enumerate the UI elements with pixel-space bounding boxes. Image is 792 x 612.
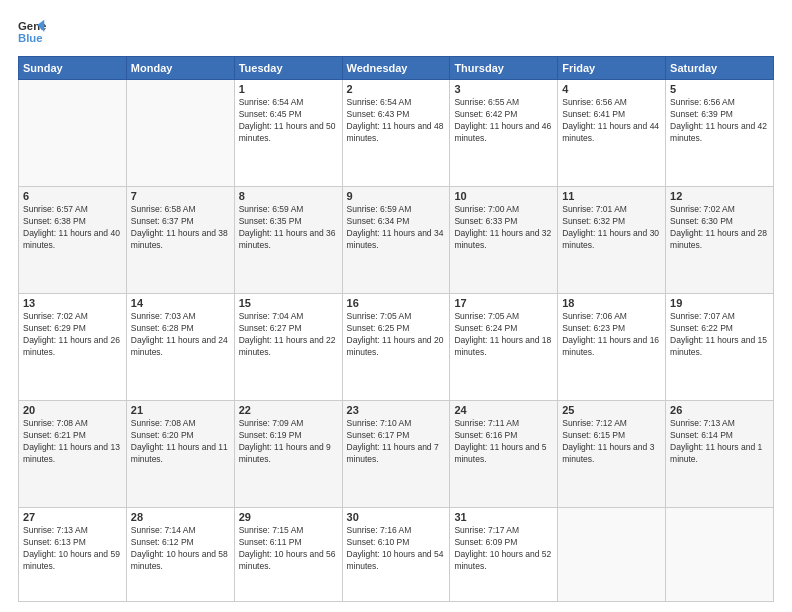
calendar-cell xyxy=(126,80,234,187)
day-info: Sunrise: 7:04 AM Sunset: 6:27 PM Dayligh… xyxy=(239,311,338,359)
logo-icon: General Blue xyxy=(18,18,46,46)
day-info: Sunrise: 7:13 AM Sunset: 6:14 PM Dayligh… xyxy=(670,418,769,466)
calendar-cell xyxy=(558,508,666,602)
day-info: Sunrise: 7:12 AM Sunset: 6:15 PM Dayligh… xyxy=(562,418,661,466)
day-info: Sunrise: 7:05 AM Sunset: 6:24 PM Dayligh… xyxy=(454,311,553,359)
calendar-cell: 28Sunrise: 7:14 AM Sunset: 6:12 PM Dayli… xyxy=(126,508,234,602)
weekday-header-wednesday: Wednesday xyxy=(342,57,450,80)
day-info: Sunrise: 7:02 AM Sunset: 6:30 PM Dayligh… xyxy=(670,204,769,252)
calendar-cell: 4Sunrise: 6:56 AM Sunset: 6:41 PM Daylig… xyxy=(558,80,666,187)
day-number: 20 xyxy=(23,404,122,416)
calendar-cell: 10Sunrise: 7:00 AM Sunset: 6:33 PM Dayli… xyxy=(450,187,558,294)
day-number: 3 xyxy=(454,83,553,95)
day-number: 14 xyxy=(131,297,230,309)
weekday-header-sunday: Sunday xyxy=(19,57,127,80)
calendar-cell: 3Sunrise: 6:55 AM Sunset: 6:42 PM Daylig… xyxy=(450,80,558,187)
day-info: Sunrise: 7:06 AM Sunset: 6:23 PM Dayligh… xyxy=(562,311,661,359)
calendar-cell: 22Sunrise: 7:09 AM Sunset: 6:19 PM Dayli… xyxy=(234,401,342,508)
day-number: 30 xyxy=(347,511,446,523)
day-info: Sunrise: 6:56 AM Sunset: 6:41 PM Dayligh… xyxy=(562,97,661,145)
day-info: Sunrise: 6:58 AM Sunset: 6:37 PM Dayligh… xyxy=(131,204,230,252)
day-info: Sunrise: 6:57 AM Sunset: 6:38 PM Dayligh… xyxy=(23,204,122,252)
calendar-cell: 25Sunrise: 7:12 AM Sunset: 6:15 PM Dayli… xyxy=(558,401,666,508)
day-info: Sunrise: 7:02 AM Sunset: 6:29 PM Dayligh… xyxy=(23,311,122,359)
calendar-table: SundayMondayTuesdayWednesdayThursdayFrid… xyxy=(18,56,774,602)
day-number: 11 xyxy=(562,190,661,202)
day-info: Sunrise: 7:11 AM Sunset: 6:16 PM Dayligh… xyxy=(454,418,553,466)
weekday-header-thursday: Thursday xyxy=(450,57,558,80)
day-info: Sunrise: 7:05 AM Sunset: 6:25 PM Dayligh… xyxy=(347,311,446,359)
day-number: 26 xyxy=(670,404,769,416)
calendar-cell: 21Sunrise: 7:08 AM Sunset: 6:20 PM Dayli… xyxy=(126,401,234,508)
day-info: Sunrise: 6:59 AM Sunset: 6:34 PM Dayligh… xyxy=(347,204,446,252)
day-info: Sunrise: 6:54 AM Sunset: 6:43 PM Dayligh… xyxy=(347,97,446,145)
day-number: 9 xyxy=(347,190,446,202)
week-row-5: 27Sunrise: 7:13 AM Sunset: 6:13 PM Dayli… xyxy=(19,508,774,602)
calendar-cell: 31Sunrise: 7:17 AM Sunset: 6:09 PM Dayli… xyxy=(450,508,558,602)
day-number: 7 xyxy=(131,190,230,202)
calendar-cell: 15Sunrise: 7:04 AM Sunset: 6:27 PM Dayli… xyxy=(234,294,342,401)
logo: General Blue xyxy=(18,18,46,46)
day-info: Sunrise: 6:59 AM Sunset: 6:35 PM Dayligh… xyxy=(239,204,338,252)
week-row-3: 13Sunrise: 7:02 AM Sunset: 6:29 PM Dayli… xyxy=(19,294,774,401)
day-number: 27 xyxy=(23,511,122,523)
day-number: 2 xyxy=(347,83,446,95)
calendar-cell: 29Sunrise: 7:15 AM Sunset: 6:11 PM Dayli… xyxy=(234,508,342,602)
week-row-1: 1Sunrise: 6:54 AM Sunset: 6:45 PM Daylig… xyxy=(19,80,774,187)
day-number: 1 xyxy=(239,83,338,95)
weekday-header-tuesday: Tuesday xyxy=(234,57,342,80)
calendar-cell: 20Sunrise: 7:08 AM Sunset: 6:21 PM Dayli… xyxy=(19,401,127,508)
week-row-4: 20Sunrise: 7:08 AM Sunset: 6:21 PM Dayli… xyxy=(19,401,774,508)
weekday-header-saturday: Saturday xyxy=(666,57,774,80)
calendar-cell: 12Sunrise: 7:02 AM Sunset: 6:30 PM Dayli… xyxy=(666,187,774,294)
day-number: 18 xyxy=(562,297,661,309)
day-number: 22 xyxy=(239,404,338,416)
day-number: 12 xyxy=(670,190,769,202)
day-info: Sunrise: 7:01 AM Sunset: 6:32 PM Dayligh… xyxy=(562,204,661,252)
day-number: 17 xyxy=(454,297,553,309)
svg-text:Blue: Blue xyxy=(18,32,43,44)
day-info: Sunrise: 6:56 AM Sunset: 6:39 PM Dayligh… xyxy=(670,97,769,145)
day-number: 4 xyxy=(562,83,661,95)
day-number: 8 xyxy=(239,190,338,202)
calendar-cell: 11Sunrise: 7:01 AM Sunset: 6:32 PM Dayli… xyxy=(558,187,666,294)
calendar-cell: 9Sunrise: 6:59 AM Sunset: 6:34 PM Daylig… xyxy=(342,187,450,294)
week-row-2: 6Sunrise: 6:57 AM Sunset: 6:38 PM Daylig… xyxy=(19,187,774,294)
calendar-cell xyxy=(666,508,774,602)
header: General Blue xyxy=(18,18,774,46)
day-info: Sunrise: 7:00 AM Sunset: 6:33 PM Dayligh… xyxy=(454,204,553,252)
calendar-cell: 2Sunrise: 6:54 AM Sunset: 6:43 PM Daylig… xyxy=(342,80,450,187)
day-number: 25 xyxy=(562,404,661,416)
weekday-header-row: SundayMondayTuesdayWednesdayThursdayFrid… xyxy=(19,57,774,80)
day-info: Sunrise: 7:15 AM Sunset: 6:11 PM Dayligh… xyxy=(239,525,338,573)
day-number: 13 xyxy=(23,297,122,309)
day-info: Sunrise: 7:17 AM Sunset: 6:09 PM Dayligh… xyxy=(454,525,553,573)
day-info: Sunrise: 6:54 AM Sunset: 6:45 PM Dayligh… xyxy=(239,97,338,145)
weekday-header-friday: Friday xyxy=(558,57,666,80)
day-info: Sunrise: 7:10 AM Sunset: 6:17 PM Dayligh… xyxy=(347,418,446,466)
day-info: Sunrise: 7:09 AM Sunset: 6:19 PM Dayligh… xyxy=(239,418,338,466)
day-info: Sunrise: 7:13 AM Sunset: 6:13 PM Dayligh… xyxy=(23,525,122,573)
day-number: 29 xyxy=(239,511,338,523)
calendar-cell: 24Sunrise: 7:11 AM Sunset: 6:16 PM Dayli… xyxy=(450,401,558,508)
day-number: 5 xyxy=(670,83,769,95)
calendar-cell: 6Sunrise: 6:57 AM Sunset: 6:38 PM Daylig… xyxy=(19,187,127,294)
calendar-cell: 8Sunrise: 6:59 AM Sunset: 6:35 PM Daylig… xyxy=(234,187,342,294)
calendar-cell: 19Sunrise: 7:07 AM Sunset: 6:22 PM Dayli… xyxy=(666,294,774,401)
calendar-page: General Blue SundayMondayTuesdayWednesda… xyxy=(0,0,792,612)
day-number: 28 xyxy=(131,511,230,523)
day-number: 16 xyxy=(347,297,446,309)
day-number: 19 xyxy=(670,297,769,309)
day-number: 23 xyxy=(347,404,446,416)
calendar-cell: 26Sunrise: 7:13 AM Sunset: 6:14 PM Dayli… xyxy=(666,401,774,508)
calendar-cell: 5Sunrise: 6:56 AM Sunset: 6:39 PM Daylig… xyxy=(666,80,774,187)
day-info: Sunrise: 7:14 AM Sunset: 6:12 PM Dayligh… xyxy=(131,525,230,573)
calendar-cell xyxy=(19,80,127,187)
day-info: Sunrise: 7:07 AM Sunset: 6:22 PM Dayligh… xyxy=(670,311,769,359)
calendar-cell: 7Sunrise: 6:58 AM Sunset: 6:37 PM Daylig… xyxy=(126,187,234,294)
calendar-cell: 18Sunrise: 7:06 AM Sunset: 6:23 PM Dayli… xyxy=(558,294,666,401)
day-info: Sunrise: 6:55 AM Sunset: 6:42 PM Dayligh… xyxy=(454,97,553,145)
calendar-cell: 30Sunrise: 7:16 AM Sunset: 6:10 PM Dayli… xyxy=(342,508,450,602)
day-number: 24 xyxy=(454,404,553,416)
day-number: 21 xyxy=(131,404,230,416)
